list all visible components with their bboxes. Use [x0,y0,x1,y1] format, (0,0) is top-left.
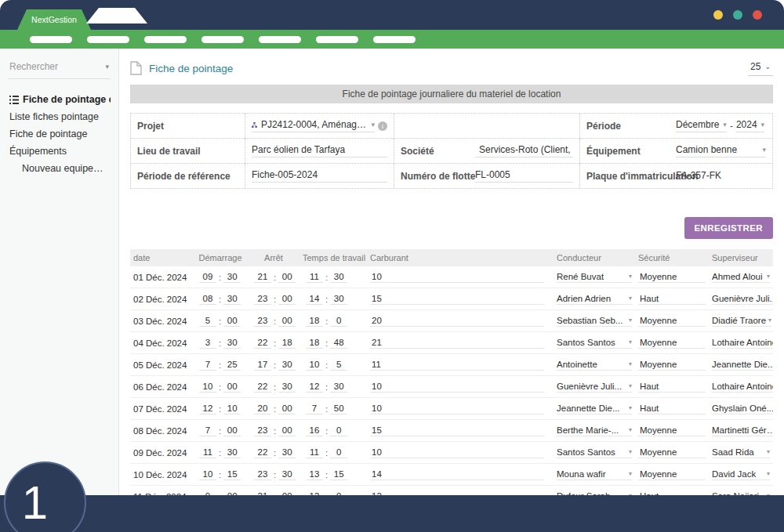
security-input[interactable]: Moyenne [638,338,706,349]
end-minute-input[interactable]: 00 [278,425,296,436]
start-minute-input[interactable]: 30 [223,272,241,283]
info-icon[interactable]: i [378,121,387,131]
projet-select[interactable]: PJ2412-0004, Aménagement d'espace... ▾ [252,119,375,132]
end-hour-input[interactable]: 17 [254,360,271,371]
start-hour-input[interactable]: 5 [199,316,216,327]
security-input[interactable]: Moyenne [638,360,706,371]
supervisor-select[interactable]: Lothaire Antoine ▾ [712,382,773,393]
nav-pill[interactable] [144,36,187,43]
sidebar-item-equipements[interactable]: Équipements [8,143,111,160]
work-hour-input[interactable]: 11 [306,272,323,283]
sidebar-item-nouveau-equipement[interactable]: Nouveau equipement [8,160,111,177]
fuel-input[interactable]: 15 [370,294,544,305]
security-input[interactable]: Haut [638,382,706,393]
end-hour-input[interactable]: 23 [254,294,271,305]
end-minute-input[interactable]: 00 [278,316,296,327]
driver-select[interactable]: Sebastian Seb... ▾ [557,316,632,327]
start-hour-input[interactable]: 12 [199,404,216,414]
nav-pill[interactable] [201,36,244,43]
fuel-input[interactable]: 10 [370,447,544,458]
end-minute-input[interactable]: 00 [278,272,296,283]
end-minute-input[interactable]: 30 [278,469,296,480]
security-input[interactable]: Moyenne [638,469,706,480]
start-hour-input[interactable]: 7 [199,360,216,371]
nav-pill[interactable] [373,36,416,43]
work-hour-input[interactable]: 13 [306,469,323,480]
work-hour-input[interactable]: 10 [306,360,323,371]
end-hour-input[interactable]: 21 [254,272,271,283]
start-minute-input[interactable]: 30 [223,294,241,305]
end-minute-input[interactable]: 30 [278,360,296,371]
driver-select[interactable]: Santos Santos ▾ [557,447,632,458]
driver-select[interactable]: René Buvat ▾ [557,272,632,283]
security-input[interactable]: Moyenne [638,447,706,458]
societe-select[interactable]: Services-Roto (Client, F... ▾ [475,144,573,157]
work-hour-input[interactable]: 11 [306,447,323,458]
start-minute-input[interactable]: 10 [223,404,241,414]
start-minute-input[interactable]: 25 [223,360,241,371]
close-dot[interactable] [753,10,762,20]
start-minute-input[interactable]: 00 [223,316,241,327]
fuel-input[interactable]: 10 [370,272,544,283]
flotte-input[interactable]: FL-0005 [475,169,573,183]
start-hour-input[interactable]: 11 [199,447,216,458]
minimize-dot[interactable] [713,10,723,20]
supervisor-select[interactable]: Martinetti Gérald ▾ [712,425,773,436]
end-minute-input[interactable]: 18 [278,338,296,349]
start-hour-input[interactable]: 3 [199,338,216,349]
work-minute-input[interactable]: 50 [330,404,347,414]
sidebar-item-liste-fiches[interactable]: Liste fiches pointage [8,108,111,125]
work-minute-input[interactable]: 15 [330,469,347,480]
supervisor-select[interactable]: Diadié Traore ▾ [712,316,771,327]
driver-select[interactable]: Santos Santos ▾ [557,338,632,349]
end-minute-input[interactable]: 30 [278,447,296,458]
fuel-input[interactable]: 10 [370,404,544,414]
maximize-dot[interactable] [733,10,742,20]
fuel-input[interactable]: 15 [370,425,544,436]
supervisor-select[interactable]: Guenièvre Juli... ▾ [712,294,773,305]
work-hour-input[interactable]: 7 [306,404,323,414]
brand-tab[interactable]: NextGestion [17,9,91,30]
start-minute-input[interactable]: 00 [223,425,241,436]
nav-pill[interactable] [30,36,72,43]
periode-month-select[interactable]: Décembre ▾ [676,119,727,132]
end-minute-input[interactable]: 30 [278,382,296,393]
start-hour-input[interactable]: 09 [199,272,216,283]
security-input[interactable]: Haut [638,404,706,414]
end-hour-input[interactable]: 20 [254,404,271,414]
end-hour-input[interactable]: 22 [254,338,271,349]
work-minute-input[interactable]: 5 [330,360,347,371]
driver-select[interactable]: Antoinette ▾ [557,360,632,371]
page-size-select[interactable]: 25 ⌄ [748,61,773,76]
fuel-input[interactable]: 11 [370,360,544,371]
lieu-input[interactable]: Parc éolien de Tarfaya [252,144,387,157]
supervisor-select[interactable]: Jeannette Die... ▾ [712,360,773,371]
search-select[interactable]: Rechercher ▾ [8,59,111,79]
work-minute-input[interactable]: 0 [330,425,347,436]
work-minute-input[interactable]: 30 [330,272,347,283]
fuel-input[interactable]: 14 [370,469,544,480]
start-hour-input[interactable]: 7 [199,425,216,436]
sidebar-item-fiche-du-jour[interactable]: Fiche de pointage du... [8,91,111,108]
nav-pill[interactable] [87,36,129,43]
end-hour-input[interactable]: 22 [254,382,271,393]
equipement-select[interactable]: Camion benne ▾ [676,144,766,157]
work-minute-input[interactable]: 0 [330,447,347,458]
end-hour-input[interactable]: 23 [254,425,271,436]
nav-pill[interactable] [259,36,301,43]
fuel-input[interactable]: 10 [370,382,544,393]
sidebar-item-fiche-pointage[interactable]: Fiche de pointage [8,125,111,143]
security-input[interactable]: Haut [638,294,706,305]
supervisor-select[interactable]: Lothaire Antoine ▾ [712,338,773,349]
driver-select[interactable]: Mouna wafir ▾ [557,469,632,480]
driver-select[interactable]: Jeannette Die... ▾ [557,404,632,414]
work-minute-input[interactable]: 48 [330,338,347,349]
security-input[interactable]: Moyenne [638,425,706,436]
supervisor-select[interactable]: David Jack ▾ [712,469,770,480]
work-hour-input[interactable]: 18 [306,338,323,349]
plaque-value[interactable]: FA-357-FK [676,170,721,183]
driver-select[interactable]: Adrien Adrien ▾ [557,294,632,305]
nav-pill[interactable] [316,36,358,43]
end-minute-input[interactable]: 00 [278,404,296,414]
driver-select[interactable]: Berthe Marie-... ▾ [557,425,632,436]
